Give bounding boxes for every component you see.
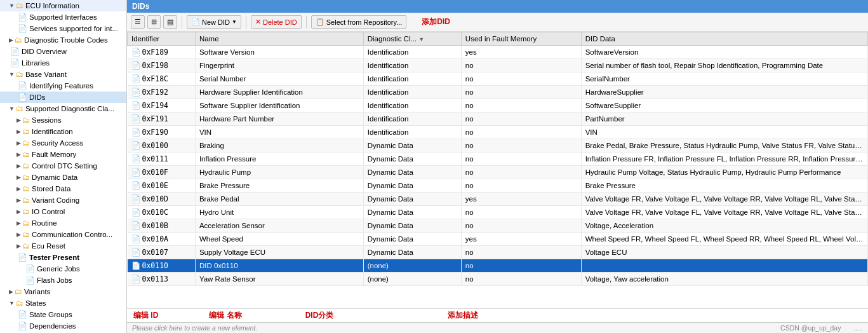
sidebar-item-dynamic-data[interactable]: ▶🗂Dynamic Data xyxy=(0,172,126,183)
sidebar-item-dependencies[interactable]: 📄Dependencies xyxy=(0,320,126,332)
row-diag-class: Identification xyxy=(363,99,461,112)
dids-label: DIDs xyxy=(29,93,46,101)
ecu-info-label: ECU Information xyxy=(25,2,79,10)
expand-icon: ▶ xyxy=(17,243,21,249)
ecu-reset-label: Ecu Reset xyxy=(32,242,65,250)
row-diag-class: (none) xyxy=(363,273,461,286)
supported-interfaces-icon: 📄 xyxy=(18,13,27,22)
table-row[interactable]: 📄0xF198FingerprintIdentificationnoSerial… xyxy=(128,59,868,72)
status-hint[interactable]: Please click here to create a new elemen… xyxy=(132,324,257,332)
sidebar-item-libraries[interactable]: 📄Libraries xyxy=(0,57,126,69)
libraries-icon: 📄 xyxy=(10,58,20,67)
sidebar-item-fault-memory[interactable]: ▶🗂Fault Memory xyxy=(0,149,126,160)
row-diag-class: Dynamic Data xyxy=(363,206,461,219)
row-did-icon: 📄 xyxy=(131,75,140,83)
sidebar-item-sessions[interactable]: ▶🗂Sessions xyxy=(0,114,126,126)
state-groups-label: State Groups xyxy=(29,311,72,318)
table-row[interactable]: 📄0x010DBrake PedalDynamic DatayesValve V… xyxy=(128,193,868,206)
base-variant-label: Base Variant xyxy=(25,71,67,78)
table-row[interactable]: 📄0x010CHydro UnitDynamic DatanoValve Vol… xyxy=(128,206,868,219)
variants-icon: 🗂 xyxy=(15,287,22,296)
sidebar-item-tester-present[interactable]: 📄Tester Present xyxy=(0,252,126,263)
sidebar-item-identifying-features[interactable]: 📄Identifying Features xyxy=(0,80,126,92)
row-did-data: HardwareSupplier xyxy=(581,86,867,99)
sidebar-item-comm-control[interactable]: ▶🗂Communication Contro... xyxy=(0,229,126,240)
sidebar-item-states[interactable]: ▼🗂States xyxy=(0,297,126,309)
table-row[interactable]: 📄0x010AWheel SpeedDynamic DatayesWheel S… xyxy=(128,233,868,246)
sidebar-item-security-access[interactable]: ▶🗂Security Access xyxy=(0,137,126,149)
select-repo-button[interactable]: 📋 Select from Repository... xyxy=(311,15,407,29)
expand-icon: ▶ xyxy=(17,128,21,135)
table-view-button[interactable]: ▤ xyxy=(163,15,177,29)
row-did-data: Inflation Pressure FR, Inflation Pressur… xyxy=(581,153,867,166)
expand-icon: ▶ xyxy=(9,37,13,43)
table-row[interactable]: 📄0x0110DID 0x0110(none)no xyxy=(128,259,868,273)
row-did-icon: 📄 xyxy=(131,195,140,203)
detail-view-button[interactable]: ⊞ xyxy=(147,15,161,29)
new-did-dropdown-arrow: ▼ xyxy=(232,19,237,25)
row-identifier: 📄0x0110 xyxy=(128,259,196,273)
table-row[interactable]: 📄0xF189Software VersionIdentificationyes… xyxy=(128,46,868,59)
dependencies-label: Dependencies xyxy=(29,322,76,330)
table-row[interactable]: 📄0xF194Software Supplier IdentificationI… xyxy=(128,99,868,112)
dynamic-data-icon: 🗂 xyxy=(22,173,30,182)
generic-jobs-label: Generic Jobs xyxy=(37,265,80,273)
table-row[interactable]: 📄0x010FHydraulic PumpDynamic DatanoHydra… xyxy=(128,166,868,179)
sidebar-item-ecu-reset[interactable]: ▶🗂Ecu Reset xyxy=(0,240,126,252)
sidebar-item-generic-jobs[interactable]: 📄Generic Jobs xyxy=(0,263,126,275)
table-row[interactable]: 📄0x010EBrake PressureDynamic DatanoBrake… xyxy=(128,179,868,193)
sidebar-item-variant-coding[interactable]: ▶🗂Variant Coding xyxy=(0,194,126,206)
toolbar-separator-2 xyxy=(246,16,246,29)
table-row[interactable]: 📄0xF192Hardware Supplier IdentificationI… xyxy=(128,86,868,99)
row-used-fault: no xyxy=(461,99,581,112)
sidebar-item-dtc[interactable]: ▶🗂Diagnostic Trouble Codes xyxy=(0,34,126,46)
sidebar-item-ecu-info[interactable]: ▼🗂ECU Information xyxy=(0,0,126,11)
sidebar-item-dids[interactable]: 📄DIDs xyxy=(0,92,126,103)
sidebar-item-identification[interactable]: ▶🗂Identification xyxy=(0,126,126,137)
row-did-icon: 📄 xyxy=(131,128,140,136)
expand-icon: ▶ xyxy=(17,117,21,123)
row-identifier: 📄0x010E xyxy=(128,179,196,193)
table-row[interactable]: 📄0x010BAcceleration SensorDynamic Datano… xyxy=(128,219,868,233)
sidebar-item-io-control[interactable]: ▶🗂IO Control xyxy=(0,206,126,217)
sidebar-item-supported-diag-class[interactable]: ▼🗂Supported Diagnostic Cla... xyxy=(0,103,126,114)
row-did-icon: 📄 xyxy=(131,88,140,96)
new-did-button[interactable]: 📄 New DID ▼ xyxy=(187,15,241,29)
table-row[interactable]: 📄0x0113Yaw Rate Sensor(none)noVoltage, Y… xyxy=(128,273,868,286)
sidebar-item-variants[interactable]: ▶🗂Variants xyxy=(0,286,126,297)
sidebar-item-routine[interactable]: ▶🗂Routine xyxy=(0,217,126,229)
table-row[interactable]: 📄0xF191Hardware Part NumberIdentificatio… xyxy=(128,112,868,126)
expand-icon: ▼ xyxy=(9,300,15,306)
sidebar-item-flash-jobs[interactable]: 📄Flash Jobs xyxy=(0,275,126,286)
tester-present-label: Tester Present xyxy=(29,254,79,261)
services-supported-label: Services supported for int... xyxy=(29,25,118,32)
row-identifier: 📄0xF192 xyxy=(128,86,196,99)
list-view-button[interactable]: ☰ xyxy=(131,15,145,29)
row-name: Braking xyxy=(195,139,363,153)
sidebar-item-supported-interfaces[interactable]: 📄Supported Interfaces xyxy=(0,11,126,23)
table-row[interactable]: 📄0xF190VINIdentificationnoVIN xyxy=(128,126,868,139)
sidebar-item-services-supported[interactable]: 📄Services supported for int... xyxy=(0,23,126,34)
row-did-icon: 📄 xyxy=(131,115,140,123)
table-row[interactable]: 📄0x0111Inflation PressureDynamic DatanoI… xyxy=(128,153,868,166)
delete-did-button[interactable]: ✕ Delete DID xyxy=(251,15,302,29)
sidebar-item-base-variant[interactable]: ▼🗂Base Variant xyxy=(0,69,126,80)
sidebar-item-control-dtc-setting[interactable]: ▶🗂Control DTC Setting xyxy=(0,160,126,172)
add-did-annotation: 添加DID xyxy=(422,17,450,27)
row-diag-class: Identification xyxy=(363,86,461,99)
row-did-data: Valve Voltage FR, Valve Voltage FL, Valv… xyxy=(581,206,867,219)
table-row[interactable]: 📄0xF18CSerial NumberIdentificationnoSeri… xyxy=(128,72,868,86)
row-did-data: Serial number of flash tool, Repair Shop… xyxy=(581,59,867,72)
table-row[interactable]: 📄0x0100BrakingDynamic DatanoBrake Pedal,… xyxy=(128,139,868,153)
row-did-icon: 📄 xyxy=(131,208,140,216)
sidebar-item-did-overview[interactable]: 📄DID Overview xyxy=(0,46,126,57)
states-icon: 🗂 xyxy=(16,299,23,308)
sidebar-item-state-groups[interactable]: 📄State Groups xyxy=(0,309,126,320)
table-row[interactable]: 📄0x0107Supply Voltage ECUDynamic DatanoV… xyxy=(128,246,868,259)
row-did-icon: 📄 xyxy=(131,102,140,109)
row-did-icon: 📄 xyxy=(131,182,140,189)
sidebar-item-stored-data[interactable]: ▶🗂Stored Data xyxy=(0,183,126,194)
row-name: Software Supplier Identification xyxy=(195,99,363,112)
col-diag-class: Diagnostic Cl... ▼ xyxy=(363,32,461,46)
row-did-data: VIN xyxy=(581,126,867,139)
